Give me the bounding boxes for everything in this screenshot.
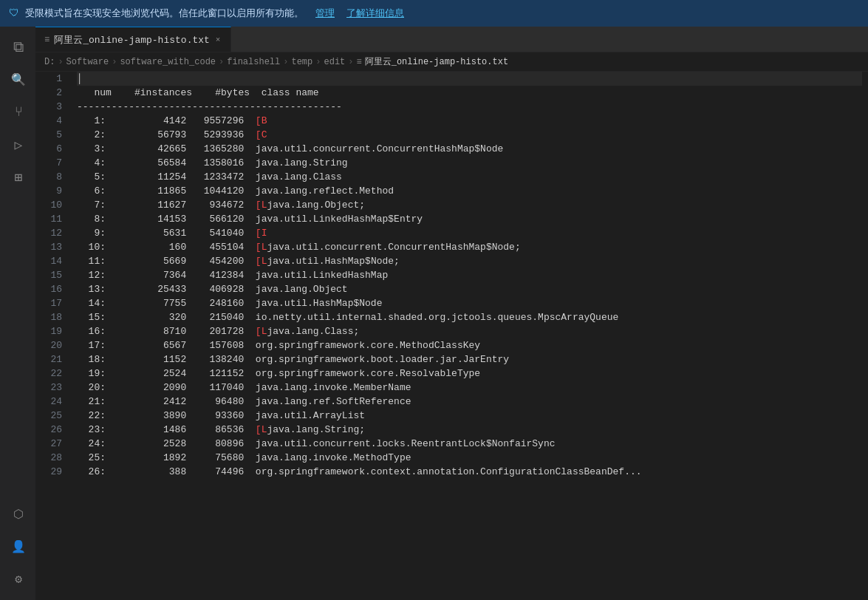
code-line: 16: 8710 201728 [Ljava.lang.Class; <box>77 324 862 338</box>
code-line: 18: 1152 138240 org.springframework.boot… <box>77 352 862 367</box>
account-icon: 👤 <box>11 539 26 554</box>
breadcrumb-sep-4: › <box>315 57 321 67</box>
breadcrumb-software-code[interactable]: software_with_code <box>120 57 216 67</box>
breadcrumb-sep-1: › <box>112 57 117 67</box>
activity-item-settings[interactable]: ⚙ <box>3 565 33 594</box>
line-number: 28 <box>47 451 62 465</box>
code-line: 9: 5631 541040 [I <box>77 226 862 240</box>
code-line: 2: 56793 5293936 [C <box>77 128 862 142</box>
breadcrumb-edit[interactable]: edit <box>324 57 345 67</box>
line-number: 6 <box>47 142 62 156</box>
line-number: 23 <box>47 381 62 395</box>
code-line: 26: 388 74496 org.springframework.contex… <box>77 465 862 479</box>
settings-icon: ⚙ <box>15 572 22 587</box>
code-line: │ <box>77 72 862 86</box>
line-numbers: 1234567891011121314151617181920212223242… <box>35 72 71 600</box>
breadcrumb-drive: D: <box>44 57 55 67</box>
line-number: 24 <box>47 395 62 409</box>
tab-close-button[interactable]: × <box>214 34 222 46</box>
code-content[interactable]: │ num #instances #bytes class name------… <box>71 72 868 600</box>
breadcrumb-sep-3: › <box>283 57 288 67</box>
breadcrumb-temp[interactable]: temp <box>291 57 312 67</box>
line-number: 7 <box>47 156 62 170</box>
line-number: 13 <box>47 240 62 254</box>
line-number: 4 <box>47 114 62 128</box>
tab-file-icon: ≡ <box>44 35 49 45</box>
line-number: 3 <box>47 100 62 114</box>
line-number: 20 <box>47 338 62 352</box>
code-line: 4: 56584 1358016 java.lang.String <box>77 156 862 170</box>
line-number: 16 <box>47 282 62 296</box>
line-number: 21 <box>47 352 62 367</box>
line-number: 26 <box>47 423 62 437</box>
code-line: 1: 4142 9557296 [B <box>77 114 862 128</box>
code-line: 10: 160 455104 [Ljava.util.concurrent.Co… <box>77 240 862 254</box>
code-line: 20: 2090 117040 java.lang.invoke.MemberN… <box>77 381 862 395</box>
line-number: 17 <box>47 296 62 310</box>
code-line: 23: 1486 86536 [Ljava.lang.String; <box>77 423 862 437</box>
code-line: 12: 7364 412384 java.util.LinkedHashMap <box>77 268 862 282</box>
code-line: 15: 320 215040 io.netty.util.internal.sh… <box>77 310 862 324</box>
line-number: 2 <box>47 86 62 100</box>
code-line: ----------------------------------------… <box>77 100 862 114</box>
code-editor[interactable]: 1234567891011121314151617181920212223242… <box>35 72 868 600</box>
breadcrumb-finalshell[interactable]: finalshell <box>227 57 280 67</box>
code-line: num #instances #bytes class name <box>77 86 862 100</box>
line-number: 19 <box>47 324 62 338</box>
learn-more-link[interactable]: 了解详细信息 <box>346 7 404 20</box>
line-number: 29 <box>47 465 62 479</box>
line-number: 12 <box>47 226 62 240</box>
line-number: 15 <box>47 268 62 282</box>
line-number: 8 <box>47 170 62 184</box>
code-line: 14: 7755 248160 java.util.HashMap$Node <box>77 296 862 310</box>
line-number: 27 <box>47 437 62 451</box>
editor-tab[interactable]: ≡ 阿里云_online-jamp-histo.txt × <box>35 27 231 52</box>
code-line: 5: 11254 1233472 java.lang.Class <box>77 170 862 184</box>
code-line: 17: 6567 157608 org.springframework.core… <box>77 338 862 352</box>
line-number: 10 <box>47 198 62 212</box>
search-icon: 🔍 <box>11 72 26 87</box>
security-bar: 🛡 受限模式旨在实现安全地浏览代码。信任此窗口以启用所有功能。 管理 了解详细信… <box>0 0 868 27</box>
activity-item-source-control[interactable]: ⑂ <box>3 98 33 127</box>
line-number: 9 <box>47 184 62 198</box>
code-line: 24: 2528 80896 java.util.concurrent.lock… <box>77 437 862 451</box>
line-number: 25 <box>47 409 62 423</box>
explorer-icon: ⧉ <box>13 39 24 56</box>
code-line: 25: 1892 75680 java.lang.invoke.MethodTy… <box>77 451 862 465</box>
code-line: 3: 42665 1365280 java.util.concurrent.Co… <box>77 142 862 156</box>
breadcrumb-filename[interactable]: 阿里云_online-jamp-histo.txt <box>365 55 508 68</box>
breadcrumb-file-icon: ≡ <box>357 57 362 67</box>
breadcrumb-software[interactable]: Software <box>66 57 109 67</box>
line-number: 1 <box>47 72 62 86</box>
manage-link[interactable]: 管理 <box>315 7 335 20</box>
line-number: 18 <box>47 310 62 324</box>
code-line: 6: 11865 1044120 java.lang.reflect.Metho… <box>77 184 862 198</box>
activity-item-search[interactable]: 🔍 <box>3 65 33 95</box>
extensions-icon: ⊞ <box>15 169 23 185</box>
tab-filename: 阿里云_online-jamp-histo.txt <box>54 33 210 47</box>
editor-area: ≡ 阿里云_online-jamp-histo.txt × D: › Softw… <box>35 27 868 600</box>
remote-icon: ⬡ <box>13 507 24 522</box>
source-control-icon: ⑂ <box>15 105 23 120</box>
breadcrumb-sep-0: › <box>58 57 63 67</box>
activity-item-remote[interactable]: ⬡ <box>3 500 33 529</box>
activity-item-explorer[interactable]: ⧉ <box>3 33 33 62</box>
code-line: 21: 2412 96480 java.lang.ref.SoftReferen… <box>77 395 862 409</box>
code-line: 22: 3890 93360 java.util.ArrayList <box>77 409 862 423</box>
line-number: 22 <box>47 367 62 381</box>
breadcrumb: D: › Software › software_with_code › fin… <box>35 52 868 72</box>
line-number: 11 <box>47 212 62 226</box>
security-text: 受限模式旨在实现安全地浏览代码。信任此窗口以启用所有功能。 <box>25 7 304 20</box>
line-number: 14 <box>47 254 62 268</box>
run-icon: ▷ <box>15 137 23 153</box>
activity-item-account[interactable]: 👤 <box>3 532 33 562</box>
code-line: 11: 5669 454200 [Ljava.util.HashMap$Node… <box>77 254 862 268</box>
line-number: 5 <box>47 128 62 142</box>
activity-item-extensions[interactable]: ⊞ <box>3 163 33 192</box>
activity-item-run[interactable]: ▷ <box>3 130 33 160</box>
activity-bar: ⧉ 🔍 ⑂ ▷ ⊞ ⬡ 👤 ⚙ <box>0 27 35 600</box>
code-line: 19: 2524 121152 org.springframework.core… <box>77 367 862 381</box>
breadcrumb-sep-5: › <box>348 57 353 67</box>
code-line: 8: 14153 566120 java.util.LinkedHashMap$… <box>77 212 862 226</box>
code-line: 13: 25433 406928 java.lang.Object <box>77 282 862 296</box>
